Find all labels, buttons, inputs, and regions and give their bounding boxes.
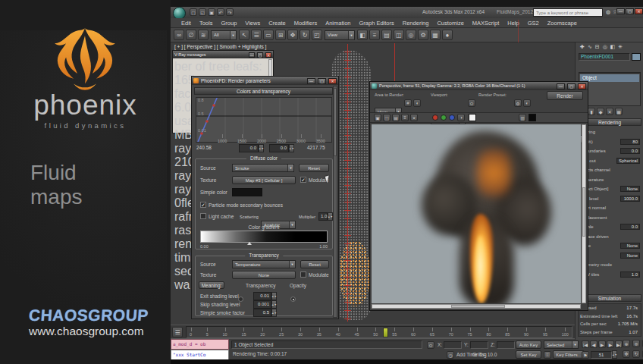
layer-manager-icon[interactable]: ▤ bbox=[381, 30, 392, 40]
menu-item[interactable]: Views bbox=[245, 20, 260, 27]
save-image-icon[interactable]: ▣ bbox=[374, 114, 381, 121]
exit-shading-arrows[interactable]: ▲▼ bbox=[271, 292, 277, 300]
color-gradient-bar[interactable] bbox=[200, 231, 328, 243]
viewport-label[interactable]: [ + ] [ Perspective ] [ Smooth + Highlig… bbox=[174, 44, 266, 50]
time-slider[interactable] bbox=[383, 328, 388, 337]
frame-spinner-arrows[interactable]: ▲▼ bbox=[612, 350, 617, 359]
window-crossing-icon[interactable]: ⊞ bbox=[275, 30, 286, 40]
select-and-rotate-icon[interactable]: ↻ bbox=[300, 30, 310, 40]
select-and-link-icon[interactable]: ∞ bbox=[174, 30, 184, 40]
graph-y-spinner[interactable]: 0.0 bbox=[269, 144, 289, 152]
color-curve-graph[interactable]: 0.8 0.5 0.01 100015002000250030003500 bbox=[196, 97, 332, 143]
menu-item[interactable]: Edit bbox=[181, 20, 191, 27]
layers-icon[interactable]: ▥ bbox=[519, 114, 526, 121]
minimize-button[interactable]: — bbox=[616, 8, 625, 14]
dialog-maximize-button[interactable]: ▢ bbox=[318, 78, 326, 84]
next-frame-icon[interactable]: ▶ bbox=[607, 340, 614, 348]
coord-y-field[interactable] bbox=[470, 341, 488, 349]
render-production-icon[interactable]: ● bbox=[442, 30, 453, 40]
add-time-tag[interactable]: Add Time Tag bbox=[456, 352, 487, 358]
rectangular-region-icon[interactable]: ▭ bbox=[263, 30, 274, 40]
remove-modifier-icon[interactable]: ✕ bbox=[606, 108, 613, 115]
configure-modifier-sets-icon[interactable]: ▦ bbox=[615, 108, 623, 115]
current-frame-field[interactable]: 51 bbox=[591, 351, 612, 359]
graph-y-spinner-arrows[interactable]: ▲▼ bbox=[289, 144, 294, 152]
select-and-move-icon[interactable]: ✥ bbox=[287, 30, 298, 40]
meaning-opacity-radio[interactable] bbox=[290, 297, 296, 302]
time-tag-clock-icon[interactable]: ◷ bbox=[447, 351, 454, 359]
dialog-minimize-button[interactable]: — bbox=[307, 78, 315, 84]
maximize-button[interactable]: ▢ bbox=[626, 8, 634, 14]
graph-editors-icon[interactable]: ◫ bbox=[394, 30, 404, 40]
rfw-close-button[interactable]: ✕ bbox=[578, 83, 586, 89]
go-to-end-icon[interactable]: ▶| bbox=[615, 340, 623, 348]
play-icon[interactable]: ▶ bbox=[598, 340, 606, 348]
set-key-button[interactable]: Set Key bbox=[516, 350, 541, 359]
maxscript-listener[interactable]: "xxx StartCo bbox=[171, 350, 229, 360]
undo-icon[interactable]: ↶ bbox=[217, 8, 224, 16]
particle-mode-checkbox[interactable]: ✓ bbox=[200, 202, 206, 208]
close-button[interactable]: ✕ bbox=[635, 8, 643, 14]
show-end-result-icon[interactable]: ▮ bbox=[588, 108, 595, 115]
go-to-start-icon[interactable]: |◀ bbox=[582, 340, 589, 348]
zoom-all-icon[interactable]: ⊛ bbox=[632, 340, 640, 347]
search-input[interactable] bbox=[533, 8, 603, 17]
menu-item[interactable]: Tools bbox=[199, 20, 213, 27]
multiplier-spinner-arrows[interactable]: ▲▼ bbox=[328, 212, 333, 221]
rfw-maximize-button[interactable]: ▢ bbox=[567, 83, 576, 89]
key-filters-button[interactable]: Key Filters... bbox=[553, 350, 585, 359]
menu-item[interactable]: MAXScript bbox=[472, 20, 499, 27]
render-setup-small-icon[interactable]: ⚙ bbox=[514, 99, 522, 107]
red-channel-icon[interactable] bbox=[432, 115, 438, 121]
smoke-factor-spinner[interactable]: 0.5 bbox=[253, 309, 271, 317]
environment-icon[interactable]: ◐ bbox=[523, 99, 531, 107]
render-button[interactable]: Render bbox=[547, 91, 583, 100]
menu-item[interactable]: Animation bbox=[325, 20, 350, 27]
graph-x-spinner-arrows[interactable]: ▲▼ bbox=[259, 144, 264, 152]
auto-region-icon[interactable]: # bbox=[404, 99, 412, 107]
diffuse-texture-button[interactable]: Map #3 [ Cellular ] bbox=[232, 176, 296, 184]
pan-icon[interactable]: ✥ bbox=[623, 350, 630, 358]
vray-minimize-button[interactable]: — bbox=[249, 52, 255, 58]
simple-color-swatch[interactable] bbox=[232, 188, 262, 196]
skip-shading-spinner[interactable]: 0.001 bbox=[253, 300, 271, 309]
multiplier-spinner[interactable]: 1.0 bbox=[318, 212, 328, 221]
coord-z-field[interactable] bbox=[497, 341, 515, 349]
new-scene-icon[interactable]: ▢ bbox=[190, 8, 197, 16]
save-file-icon[interactable]: ▣ bbox=[208, 8, 215, 16]
select-object-icon[interactable]: ↖ bbox=[239, 30, 249, 40]
unlink-selection-icon[interactable]: ∅ bbox=[186, 30, 196, 40]
vray-maximize-button[interactable]: ▢ bbox=[257, 52, 263, 58]
zoom-icon[interactable]: ⊕ bbox=[623, 340, 630, 347]
lock-viewport-icon[interactable]: ⊙ bbox=[468, 99, 475, 107]
render-setup-icon[interactable]: ⚙ bbox=[418, 30, 428, 40]
menu-item[interactable]: Create bbox=[268, 20, 286, 27]
skip-shading-arrows[interactable]: ▲▼ bbox=[271, 300, 277, 309]
time-ruler[interactable]: 0510152025303540455055606570758085909510… bbox=[186, 326, 572, 338]
menu-item[interactable]: Graph Editors bbox=[359, 20, 394, 27]
tab-modify-icon[interactable]: ∿ bbox=[588, 44, 592, 50]
graph-x-spinner[interactable]: 0.0 bbox=[239, 144, 259, 152]
rollout-colors-transparency[interactable]: Colors and transparency bbox=[194, 87, 333, 95]
menu-item[interactable]: Customize bbox=[437, 20, 463, 27]
print-image-icon[interactable]: ▤ bbox=[392, 114, 400, 121]
gradient-marker[interactable] bbox=[247, 242, 252, 245]
rendered-frame-window-icon[interactable]: ▦ bbox=[430, 30, 441, 40]
monochrome-icon[interactable]: ◑ bbox=[457, 114, 465, 121]
menu-item[interactable]: GS2 bbox=[528, 20, 539, 27]
previous-frame-icon[interactable]: ◀ bbox=[590, 340, 598, 348]
tab-motion-icon[interactable]: ◎ bbox=[603, 44, 607, 50]
open-file-icon[interactable]: ◱ bbox=[199, 8, 206, 16]
diffuse-reset-button[interactable]: Reset bbox=[299, 164, 329, 172]
open-mini-curve-editor-icon[interactable]: ☰ bbox=[172, 327, 183, 337]
transparency-modulate-checkbox[interactable] bbox=[300, 271, 306, 278]
tab-display-icon[interactable]: ◧ bbox=[610, 44, 616, 50]
key-mode-toggle-icon[interactable]: ⚑ bbox=[582, 351, 589, 359]
tab-utilities-icon[interactable]: ✳ bbox=[618, 44, 623, 50]
smoke-factor-arrows[interactable]: ▲▼ bbox=[271, 309, 277, 317]
diffuse-source-dropdown[interactable]: Smoke▼ bbox=[232, 164, 294, 172]
exit-shading-spinner[interactable]: 0.01 bbox=[253, 292, 271, 300]
meaning-transparency-radio[interactable] bbox=[238, 297, 243, 302]
object-color-swatch[interactable] bbox=[632, 53, 641, 61]
tab-create-icon[interactable]: ✚ bbox=[580, 44, 585, 50]
